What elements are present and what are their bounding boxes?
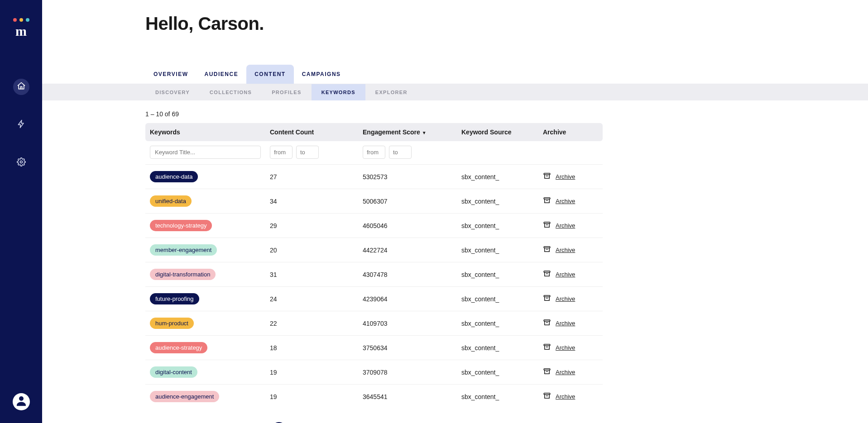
archive-link[interactable]: Archive [556, 222, 575, 229]
table-row: member-engagement204422724sbx_content_Ar… [145, 238, 603, 262]
avatar[interactable] [13, 393, 30, 410]
archive-link[interactable]: Archive [556, 198, 575, 204]
subtab-collections[interactable]: COLLECTIONS [200, 84, 262, 100]
svg-point-1 [19, 396, 24, 401]
engagement-cell: 4239064 [358, 287, 457, 311]
col-content-count[interactable]: Content Count [265, 123, 358, 141]
logo[interactable]: m [13, 18, 29, 38]
keyword-pill[interactable]: audience-strategy [150, 342, 207, 353]
source-cell: sbx_content_ [457, 165, 538, 189]
keywords-table: Keywords Content Count Engagement Score▼… [145, 123, 603, 409]
subtab-keywords[interactable]: KEYWORDS [312, 84, 365, 100]
archive-link[interactable]: Archive [556, 173, 575, 180]
archive-icon [543, 270, 551, 279]
keyword-pill[interactable]: unified-data [150, 195, 192, 207]
keyword-pill[interactable]: hum-product [150, 318, 194, 329]
archive-icon [543, 367, 551, 377]
col-engagement[interactable]: Engagement Score▼ [358, 123, 457, 141]
source-cell: sbx_content_ [457, 262, 538, 287]
archive-link[interactable]: Archive [556, 344, 575, 351]
archive-link[interactable]: Archive [556, 320, 575, 327]
keyword-pill[interactable]: digital-content [150, 366, 197, 378]
archive-icon [543, 318, 551, 328]
primary-tabs: OVERVIEWAUDIENCECONTENTCAMPAIGNS [42, 65, 868, 84]
engagement-cell: 4109703 [358, 311, 457, 336]
engagement-from-input[interactable] [363, 146, 385, 159]
secondary-tabs: DISCOVERYCOLLECTIONSPROFILESKEYWORDSEXPL… [42, 84, 868, 100]
main: Hello, Carson. OVERVIEWAUDIENCECONTENTCA… [42, 0, 868, 423]
source-cell: sbx_content_ [457, 311, 538, 336]
engagement-to-input[interactable] [389, 146, 412, 159]
table-row: future-proofing244239064sbx_content_Arch… [145, 287, 603, 311]
subtab-discovery[interactable]: DISCOVERY [145, 84, 200, 100]
keyword-filter-input[interactable] [150, 146, 261, 159]
table-row: audience-data275302573sbx_content_Archiv… [145, 165, 603, 189]
content-count-cell: 24 [265, 287, 358, 311]
content-count-cell: 20 [265, 238, 358, 262]
engagement-cell: 5006307 [358, 189, 457, 214]
bolt-icon [17, 119, 26, 130]
archive-link[interactable]: Archive [556, 393, 575, 400]
archive-link[interactable]: Archive [556, 295, 575, 302]
keyword-pill[interactable]: member-engagement [150, 244, 217, 256]
tab-overview[interactable]: OVERVIEW [145, 65, 196, 84]
keyword-pill[interactable]: future-proofing [150, 293, 199, 304]
logo-letter: m [15, 24, 27, 38]
page-title: Hello, Carson. [145, 14, 603, 34]
engagement-cell: 4422724 [358, 238, 457, 262]
tab-content[interactable]: CONTENT [246, 65, 294, 84]
nav-settings[interactable] [13, 155, 29, 171]
engagement-cell: 4307478 [358, 262, 457, 287]
engagement-cell: 3709078 [358, 360, 457, 385]
source-cell: sbx_content_ [457, 360, 538, 385]
archive-icon [543, 172, 551, 181]
archive-icon [543, 392, 551, 401]
col-keyword-source[interactable]: Keyword Source [457, 123, 538, 141]
content-count-cell: 31 [265, 262, 358, 287]
nav-activity[interactable] [13, 117, 29, 133]
archive-link[interactable]: Archive [556, 369, 575, 375]
content-count-cell: 34 [265, 189, 358, 214]
keyword-pill[interactable]: audience-data [150, 171, 198, 182]
svg-point-0 [20, 161, 22, 163]
col-keywords[interactable]: Keywords [145, 123, 265, 141]
keyword-pill[interactable]: digital-transformation [150, 269, 216, 280]
table-row: audience-strategy183750634sbx_content_Ar… [145, 336, 603, 360]
source-cell: sbx_content_ [457, 214, 538, 238]
sidebar: m [0, 0, 42, 423]
table-row: unified-data345006307sbx_content_Archive [145, 189, 603, 214]
nav-home[interactable] [13, 79, 29, 95]
engagement-cell: 4605046 [358, 214, 457, 238]
filter-row [145, 141, 603, 165]
subtab-explorer[interactable]: EXPLORER [365, 84, 417, 100]
archive-icon [543, 294, 551, 304]
content-count-cell: 22 [265, 311, 358, 336]
archive-link[interactable]: Archive [556, 247, 575, 253]
keyword-pill[interactable]: technology-strategy [150, 220, 212, 231]
content-count-cell: 29 [265, 214, 358, 238]
content-count-from-input[interactable] [270, 146, 293, 159]
content-count-cell: 19 [265, 360, 358, 385]
engagement-cell: 3645541 [358, 385, 457, 409]
archive-icon [543, 245, 551, 255]
tab-audience[interactable]: AUDIENCE [196, 65, 246, 84]
home-icon [17, 81, 26, 92]
content-count-cell: 19 [265, 385, 358, 409]
archive-icon [543, 196, 551, 206]
content-count-to-input[interactable] [296, 146, 319, 159]
engagement-cell: 3750634 [358, 336, 457, 360]
nav-icons [13, 79, 29, 171]
source-cell: sbx_content_ [457, 189, 538, 214]
col-archive: Archive [538, 123, 603, 141]
source-cell: sbx_content_ [457, 385, 538, 409]
keyword-pill[interactable]: audience-engagement [150, 391, 219, 402]
sort-desc-icon: ▼ [422, 130, 427, 135]
table-row: hum-product224109703sbx_content_Archive [145, 311, 603, 336]
archive-link[interactable]: Archive [556, 271, 575, 278]
table-row: technology-strategy294605046sbx_content_… [145, 214, 603, 238]
table-row: audience-engagement193645541sbx_content_… [145, 385, 603, 409]
subtab-profiles[interactable]: PROFILES [262, 84, 311, 100]
sidebar-bottom [13, 393, 30, 410]
source-cell: sbx_content_ [457, 287, 538, 311]
tab-campaigns[interactable]: CAMPAIGNS [294, 65, 349, 84]
